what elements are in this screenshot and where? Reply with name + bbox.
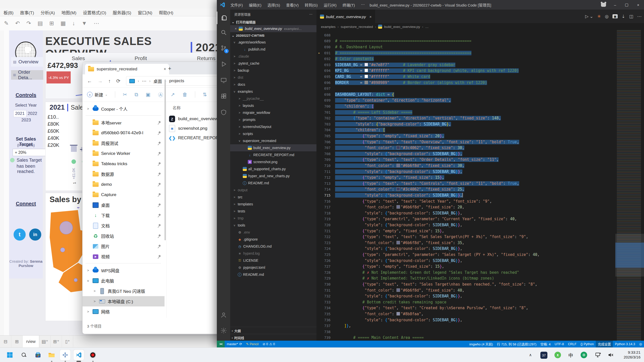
editor-action-icon[interactable]: ▣	[613, 14, 617, 18]
close-tab-icon[interactable]: ×	[164, 67, 166, 71]
refresh-icon[interactable]: ⟳	[116, 78, 120, 84]
tree-item[interactable]: >scripts	[230, 130, 316, 137]
editor-action-icon[interactable]: ▷ ⌄	[585, 14, 593, 19]
code-line-716[interactable]: 716 {"type": "text", "text": "Select Yea…	[316, 198, 615, 204]
outline-section[interactable]: ›大纲	[230, 327, 318, 334]
editor-tab[interactable]: build_exec_overview.py ×	[316, 10, 375, 23]
tableau-menu-item[interactable]: 帮助(H)	[159, 9, 173, 16]
tree-item[interactable]: v.agents\workflows	[230, 39, 316, 46]
tree-item[interactable]: >.pytest_cache	[230, 60, 316, 67]
rename-icon[interactable]: Ⓐ	[158, 91, 163, 98]
code-line-718[interactable]: 718 "style": {"background-color": SIDEBA…	[316, 210, 615, 216]
explorer-tree-item[interactable]: df560bb0-9074-42e9-l	[83, 128, 165, 138]
git-branch[interactable]: master*⟳	[225, 341, 244, 347]
explorer-tree-item[interactable]: Tableau tricks	[83, 159, 165, 169]
code-line-708[interactable]: 708 "style": {"background-color": SIDEBA…	[316, 151, 615, 157]
code-line-692[interactable]: 692# Color constants	[316, 56, 615, 62]
tray-wrench-icon[interactable]: ⚙	[581, 348, 587, 362]
code-line-730[interactable]: 730 {"type": "text", "text": "Sales Targ…	[316, 281, 615, 287]
explorer-tree-item[interactable]: ▶视频	[83, 251, 165, 262]
tree-item[interactable]: >tmp	[230, 215, 316, 222]
file-explorer-icon[interactable]	[46, 350, 57, 360]
tableau-tool-icon[interactable]: ▤	[37, 20, 43, 27]
sort-icon[interactable]: ⇅	[203, 92, 207, 98]
open-editor-item[interactable]: × build_exec_overview.py examples\...	[230, 25, 316, 32]
close-icon[interactable]: ×	[235, 27, 237, 31]
more-actions-icon[interactable]: ⋯	[309, 12, 312, 16]
tree-item[interactable]: build_exec_overview.py	[230, 144, 316, 151]
start-button[interactable]	[5, 350, 15, 360]
tree-scrollbar[interactable]	[165, 79, 166, 240]
forward-icon[interactable]: →	[98, 78, 103, 84]
tableau-tool-icon[interactable]: ↶	[15, 20, 20, 27]
code-line-713[interactable]: 713 {"type": "text", "text": "Controls",…	[316, 180, 615, 187]
close-tab-icon[interactable]: ×	[369, 15, 372, 19]
code-line-706[interactable]: 706 {"type": "text", "text": "Overview",…	[316, 139, 615, 145]
new-dashboard-icon[interactable]: ⊞⁺	[51, 336, 62, 348]
code-line-699[interactable]: 699 "type": "container", "direction": "h…	[316, 98, 615, 104]
sidebar-item-overview[interactable]: ▤ Overview	[11, 57, 43, 67]
tree-item[interactable]: ↓RECREATE_REPORT.md	[230, 151, 316, 158]
tree-item[interactable]: ▣screenshot.png	[230, 158, 316, 165]
explorer-tree-item[interactable]: 文档	[83, 220, 165, 231]
code-line-691[interactable]: ✦691# ==================================…	[316, 50, 615, 56]
tableau-menu-item[interactable]: 板(B)	[4, 9, 14, 16]
editor-action-icon[interactable]: ⇣	[622, 14, 625, 19]
remote-indicator[interactable]: ><	[217, 341, 225, 347]
tableau-toolbar[interactable]: ✎↶↷▤⊞▦↓▼⋯	[0, 16, 222, 31]
code-line-712[interactable]: 712 {"type": "empty", "fixed_size": 15},	[316, 174, 615, 180]
tree-item[interactable]: >docs	[230, 81, 316, 88]
tableau-menubar[interactable]: 板(B)故事(T)分析(A)地图(M)设置格式(O)服务器(S)窗口(N)帮助(…	[0, 9, 221, 16]
settings-gear-icon[interactable]	[217, 324, 230, 337]
search-icon[interactable]	[19, 350, 29, 360]
explorer-tree-item[interactable]: Capture	[83, 190, 165, 200]
code-line-729[interactable]: 729 # ✗ Not Implemented: Twitter/LinkedI…	[316, 276, 615, 282]
code-line-705[interactable]: 705 {"type": "empty", "fixed_size": 20},	[316, 133, 615, 139]
code-line-734[interactable]: 734 {"type": "text", "text": "Created by…	[316, 305, 615, 311]
connect-link[interactable]: Connect	[9, 201, 43, 207]
tableau-tool-icon[interactable]: ▼	[82, 20, 87, 27]
code-line-714[interactable]: 714 "font_color": "#3c4062", "fixed_size…	[316, 187, 615, 193]
ime-indicator[interactable]: 中	[568, 348, 573, 362]
status-item[interactable]: 空格: 4	[538, 341, 552, 347]
code-line-694[interactable]: 694KPI_BG = "#ffffff" # KPI card backgro…	[316, 68, 615, 74]
tree-item[interactable]: ⚿LICENSE	[230, 257, 316, 264]
tree-item[interactable]: >__pycache__	[230, 95, 316, 102]
menu-item[interactable]: 编辑(E)	[246, 2, 264, 8]
tree-item[interactable]: >templates	[230, 201, 316, 208]
status-item[interactable]: UTF-8	[553, 341, 566, 347]
pencil-extension[interactable]: ✎ Pencil	[244, 341, 261, 347]
twitter-icon[interactable]: t	[14, 229, 26, 241]
extensions-icon[interactable]	[217, 90, 230, 103]
menu-item[interactable]: 查看(V)	[284, 2, 301, 8]
year-button-2023[interactable]: 2023	[20, 117, 32, 123]
tree-item[interactable]: ◆.gitignore	[230, 236, 316, 243]
tree-item[interactable]: iREADME.md	[230, 179, 316, 187]
explorer-tab[interactable]: superstore_recreated ×	[85, 64, 169, 74]
code-line-702[interactable]: 702 {"type": "container", "direction": "…	[316, 115, 615, 121]
copilot-icon[interactable]	[598, 0, 609, 10]
menu-item[interactable]: ⋯	[358, 2, 367, 8]
volume-muted-icon[interactable]	[608, 348, 614, 362]
source-control-icon[interactable]: 5	[217, 42, 230, 54]
editor-action-icon[interactable]: ◎	[605, 14, 609, 19]
delete-icon[interactable]: 🗑︎	[182, 92, 187, 98]
tableau-menu-item[interactable]: 故事(T)	[20, 9, 34, 16]
tree-item[interactable]: ≡hyperd.log	[230, 250, 316, 257]
tree-item[interactable]: >migrate_workflow	[230, 109, 316, 116]
share-icon[interactable]: ↗	[171, 92, 175, 98]
explorer-tree-item[interactable]: v此电脑	[83, 276, 165, 286]
code-line-703[interactable]: 703 "style": {"background-color": SIDEBA…	[316, 121, 615, 127]
code-line-697[interactable]: 697	[316, 85, 615, 92]
tree-item[interactable]: ⚙.env	[230, 229, 316, 236]
explorer-tree-item[interactable]: 图片	[83, 241, 165, 251]
breadcrumb-item[interactable]: build_exec_overview.py	[384, 25, 420, 29]
tray-badge-37[interactable]: 37	[540, 352, 547, 359]
breadcrumb-desktop[interactable]: 桌面	[153, 78, 162, 84]
linkedin-icon[interactable]: in	[29, 229, 41, 241]
tableau-menu-item[interactable]: 地图(M)	[61, 9, 76, 16]
explorer-tree-item[interactable]: 周报测试	[83, 138, 165, 148]
vscode-taskbar-icon[interactable]	[73, 350, 84, 360]
explorer-tree-item[interactable]: ♻回收站	[83, 231, 165, 241]
status-item[interactable]: Python 3.14.3	[613, 341, 637, 347]
